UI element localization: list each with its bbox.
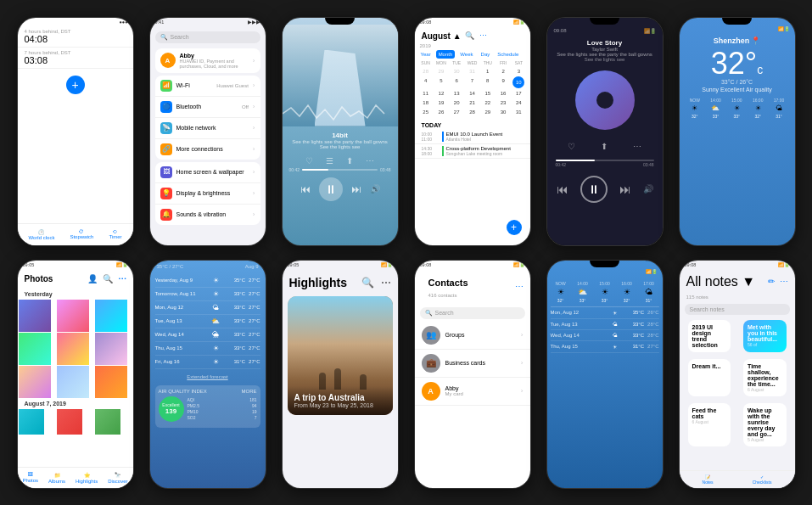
tab-month[interactable]: Month bbox=[436, 50, 456, 59]
play-pause-button[interactable]: ⏸ bbox=[319, 177, 343, 201]
photo-thumb-11[interactable] bbox=[57, 409, 82, 435]
contacts-search-bar[interactable]: 🔍 Search bbox=[420, 307, 525, 319]
more-icon-photos[interactable]: ⋯ bbox=[118, 274, 126, 283]
nav-highlights[interactable]: ⭐ Highlights bbox=[76, 472, 98, 484]
volume-icon[interactable]: 🔊 bbox=[370, 184, 380, 194]
notes-search-bar[interactable]: Search notes bbox=[685, 304, 790, 315]
photo-thumb-9[interactable] bbox=[95, 366, 127, 398]
dark-volume-icon[interactable]: 🔊 bbox=[643, 184, 653, 194]
more-icon-highlights[interactable]: ⋯ bbox=[381, 277, 391, 289]
share-icon-dark[interactable]: ⬆ bbox=[601, 142, 608, 151]
tab-day[interactable]: Day bbox=[479, 50, 493, 59]
tab-schedule[interactable]: Schedule bbox=[495, 50, 521, 59]
settings-wifi[interactable]: 📶 Wi-Fi Huawei Guest › bbox=[155, 76, 260, 97]
note-card-3[interactable]: Dream it... bbox=[688, 359, 731, 396]
compose-icon[interactable]: ✏ bbox=[768, 277, 775, 286]
share-icon[interactable]: ⬆ bbox=[346, 156, 353, 166]
nav-stopwatch[interactable]: ⏱ Stopwatch bbox=[70, 229, 93, 240]
dark-forecast-2[interactable]: Tue, Aug 13 🌤 33°C 28°C bbox=[551, 319, 659, 330]
dark-forecast-1[interactable]: Mon, Aug 12 ☀ 35°C 26°C bbox=[551, 307, 659, 319]
add-clock-button[interactable]: + bbox=[66, 76, 85, 94]
clock-item-1[interactable]: 4 hours behind, DST 04:08 bbox=[18, 26, 133, 48]
nav-checkmarks-item[interactable]: ✓ Checklists bbox=[753, 474, 772, 485]
note-card-4[interactable]: Time shallow, experience the time... 6 A… bbox=[743, 359, 787, 396]
photo-thumb-10[interactable] bbox=[19, 409, 44, 435]
forecast-row-5[interactable]: Wed, Aug 14 🌦 33°C 27°C bbox=[155, 328, 260, 342]
aqi-more-link[interactable]: MORE bbox=[242, 389, 257, 394]
photo-thumb-3[interactable] bbox=[95, 300, 127, 332]
forecast-row-6[interactable]: Thu, Aug 15 ☀ 33°C 27°C bbox=[155, 342, 260, 356]
note-card-2[interactable]: Met with you in this beautiful... 56 of bbox=[743, 320, 787, 352]
contacts-more-icon[interactable]: ⋯ bbox=[515, 282, 524, 291]
chevron-icon-5: › bbox=[253, 168, 255, 176]
settings-more-connections[interactable]: 🔗 More connections › bbox=[155, 139, 260, 160]
profile-item[interactable]: A Abby HUAWEI ID, Payment and purchases,… bbox=[155, 48, 260, 73]
progress-track[interactable] bbox=[302, 169, 378, 171]
settings-wallpaper[interactable]: 🖼 Home screen & wallpaper › bbox=[155, 162, 260, 183]
heart-icon[interactable]: ♡ bbox=[305, 156, 313, 166]
forecast-row-3[interactable]: Mon, Aug 12 🌤 33°C 27°C bbox=[155, 301, 260, 315]
queue-icon[interactable]: ☰ bbox=[326, 156, 333, 166]
photo-thumb-4[interactable] bbox=[19, 333, 51, 365]
nav-notes-item[interactable]: 📝 Notes bbox=[703, 474, 714, 485]
clock-item-2[interactable]: 7 hours behind, DST 03:08 bbox=[18, 48, 133, 69]
forecast-row-4[interactable]: Tue, Aug 13 ⛅ 33°C 27°C bbox=[155, 315, 260, 328]
search-button[interactable]: 🔍 bbox=[465, 31, 474, 40]
dots-icon[interactable]: ⋯ bbox=[366, 156, 374, 166]
photo-thumb-1[interactable] bbox=[19, 300, 51, 332]
note-card-6[interactable]: Wake up with the sunrise every day and g… bbox=[743, 403, 787, 446]
forecast-row-1[interactable]: Yesterday, Aug 9 ☀ 35°C 27°C bbox=[155, 274, 260, 288]
more-notes-icon[interactable]: ⋯ bbox=[780, 277, 788, 286]
nav-discover[interactable]: 🔭 Discover bbox=[108, 472, 127, 484]
photo-thumb-8[interactable] bbox=[57, 366, 89, 398]
dark-forecast-4[interactable]: Thu, Aug 15 ☀ 31°C 27°C bbox=[551, 341, 659, 353]
dark-progress-track[interactable] bbox=[556, 160, 654, 161]
nav-timer[interactable]: ⏲ Timer bbox=[109, 229, 121, 240]
heart-icon-dark[interactable]: ♡ bbox=[568, 142, 575, 151]
photo-thumb-12[interactable] bbox=[95, 409, 120, 435]
contact-business[interactable]: 💼 Business cards › bbox=[415, 350, 530, 378]
tab-week[interactable]: Week bbox=[457, 50, 475, 59]
nav-albums[interactable]: 📁 Albums bbox=[48, 472, 65, 484]
current-time: 00:42 bbox=[289, 167, 300, 172]
photos-header: Photos 👤 🔍 ⋯ bbox=[18, 269, 133, 289]
more-button[interactable]: ⋯ bbox=[479, 31, 487, 40]
search-icon-highlights[interactable]: 🔍 bbox=[361, 277, 374, 289]
person-icon[interactable]: 👤 bbox=[87, 274, 98, 283]
nav-photos[interactable]: 🖼 Photos bbox=[22, 472, 38, 484]
settings-display[interactable]: 💡 Display & brightness › bbox=[155, 183, 260, 205]
search-icon-photos[interactable]: 🔍 bbox=[103, 274, 113, 283]
photo-thumb-7[interactable] bbox=[19, 366, 51, 398]
forecast-row-7[interactable]: Fri, Aug 16 ☀ 31°C 27°C bbox=[155, 356, 260, 369]
dark-play-button[interactable]: ⏸ bbox=[580, 176, 608, 203]
settings-mobile[interactable]: 📡 Mobile network › bbox=[155, 118, 260, 139]
contact-abby[interactable]: A Abby My card › bbox=[415, 378, 530, 406]
forecast-row-2[interactable]: Tomorrow, Aug 11 ☀ 33°C 27°C bbox=[155, 288, 260, 301]
dark-next-button[interactable]: ⏭ bbox=[619, 182, 631, 196]
dark-prev-button[interactable]: ⏮ bbox=[557, 182, 568, 196]
photo-thumb-6[interactable] bbox=[95, 333, 127, 365]
calendar-event-2[interactable]: 14:30 18:00 Cross-platform Development S… bbox=[415, 144, 530, 159]
settings-sounds[interactable]: 🔔 Sounds & vibration › bbox=[155, 205, 260, 225]
dark-forecast-3[interactable]: Wed, Aug 14 🌤 33°C 28°C bbox=[551, 330, 659, 341]
calendar-event-1[interactable]: 10:00 11:00 EMUI 10.0 Launch Event Atlan… bbox=[415, 130, 530, 144]
more-icon-dark[interactable]: ⋯ bbox=[633, 142, 641, 151]
next-track-button[interactable]: ⏭ bbox=[351, 183, 361, 195]
settings-bluetooth[interactable]: 🔵 Bluetooth Off › bbox=[155, 97, 260, 118]
highlights-featured-card[interactable]: A trip to Australia From May 23 to May 2… bbox=[288, 296, 393, 415]
tab-year[interactable]: Year bbox=[418, 50, 434, 59]
settings-search-box[interactable]: 🔍 Search bbox=[155, 31, 260, 43]
photo-thumb-5[interactable] bbox=[57, 333, 89, 365]
note-card-5[interactable]: Feed the cats 6 August bbox=[688, 403, 731, 446]
contact-groups[interactable]: 👥 Groups › bbox=[415, 322, 530, 350]
nav-worldclock[interactable]: 🕐 World clock bbox=[28, 229, 54, 240]
music-like-icons: ♡ ⬆ ⋯ bbox=[547, 137, 663, 156]
prev-track-button[interactable]: ⏮ bbox=[300, 183, 311, 195]
mobile-icon: 📡 bbox=[160, 122, 172, 134]
album-art bbox=[575, 70, 635, 130]
photo-thumb-2[interactable] bbox=[57, 300, 89, 332]
note-card-1[interactable]: 2019 UI design trend selection bbox=[688, 320, 731, 352]
extended-forecast-link[interactable]: Extended forecast bbox=[150, 371, 266, 383]
music-controls: ⏮ ⏸ ⏭ 🔊 bbox=[283, 172, 398, 206]
add-event-button[interactable]: + bbox=[507, 220, 522, 235]
